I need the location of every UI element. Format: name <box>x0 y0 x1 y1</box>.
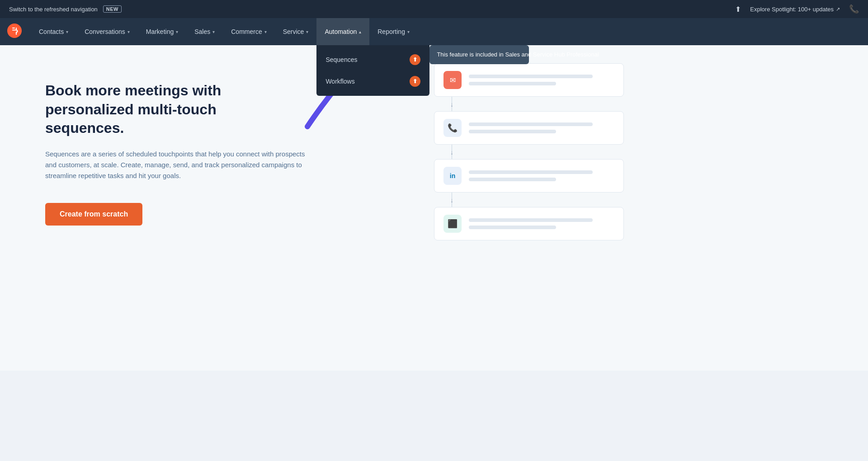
step-line <box>469 122 593 126</box>
step-connector <box>452 97 452 111</box>
chevron-down-icon: ▾ <box>264 29 267 34</box>
page-description: Sequences are a series of scheduled touc… <box>45 149 307 181</box>
email-step-icon: ✉ <box>443 71 462 89</box>
sequence-step-email: ✉ <box>434 63 624 97</box>
spotlight-text: Explore Spotlight: 100+ updates <box>750 6 834 13</box>
nav-item-conversations[interactable]: Conversations ▾ <box>76 18 138 45</box>
nav-item-service[interactable]: Service ▾ <box>275 18 317 45</box>
step-content-lines <box>469 75 614 85</box>
step-line <box>469 218 593 222</box>
step-line <box>469 75 593 78</box>
chevron-down-icon: ▾ <box>306 29 308 34</box>
step-connector <box>452 145 452 159</box>
step-line <box>469 178 556 181</box>
dropdown-item-workflows[interactable]: Workflows ⬆ <box>316 71 429 92</box>
chevron-down-icon: ▾ <box>66 29 68 34</box>
chevron-down-icon: ▾ <box>127 29 130 34</box>
upgrade-icon: ⬆ <box>410 54 420 65</box>
new-badge: NEW <box>103 5 122 13</box>
linkedin-step-icon: in <box>443 167 462 185</box>
automation-dropdown: Sequences ⬆ Workflows ⬆ This feature is … <box>316 45 429 96</box>
step-line <box>469 226 556 229</box>
sequence-step-task: ⬛ <box>434 207 624 240</box>
phone-step-icon: 📞 <box>443 119 462 137</box>
top-banner: Switch to the refreshed navigation NEW ⬆… <box>0 0 868 18</box>
navbar: Contacts ▾ Conversations ▾ Marketing ▾ S… <box>0 18 868 45</box>
nav-item-sales[interactable]: Sales ▾ <box>186 18 223 45</box>
external-link-icon: ↗ <box>836 6 840 12</box>
banner-nav-text: Switch to the refreshed navigation <box>9 6 98 13</box>
phone-icon[interactable]: 📞 <box>849 4 859 14</box>
nav-item-commerce[interactable]: Commerce ▾ <box>223 18 274 45</box>
step-line <box>469 82 556 85</box>
main-content: Book more meetings with personalized mul… <box>0 45 868 461</box>
feature-tooltip: This feature is included in Sales and Se… <box>429 45 529 64</box>
nav-items: Contacts ▾ Conversations ▾ Marketing ▾ S… <box>31 18 418 45</box>
spotlight-link[interactable]: Explore Spotlight: 100+ updates ↗ <box>750 6 840 13</box>
step-connector <box>452 193 452 207</box>
banner-right: ⬆ Explore Spotlight: 100+ updates ↗ 📞 <box>735 4 859 14</box>
page-heading: Book more meetings with personalized mul… <box>45 81 280 138</box>
sequence-step-phone: 📞 <box>434 111 624 145</box>
step-content-lines <box>469 218 614 229</box>
upgrade-icon: ⬆ <box>735 5 741 14</box>
nav-item-contacts[interactable]: Contacts ▾ <box>31 18 76 45</box>
chevron-down-icon: ▾ <box>407 29 410 34</box>
step-line <box>469 170 593 174</box>
nav-item-automation[interactable]: Automation ▴ Sequences ⬆ Workflows ⬆ Thi… <box>316 18 369 45</box>
left-panel: Book more meetings with personalized mul… <box>0 45 407 461</box>
chevron-down-icon: ▾ <box>212 29 215 34</box>
chevron-down-icon: ▾ <box>176 29 178 34</box>
step-line <box>469 130 556 133</box>
nav-item-reporting[interactable]: Reporting ▾ <box>369 18 418 45</box>
svg-point-0 <box>7 24 22 38</box>
sequence-step-linkedin: in <box>434 159 624 193</box>
chevron-up-icon: ▴ <box>359 29 361 34</box>
banner-left: Switch to the refreshed navigation NEW <box>9 5 122 13</box>
right-panel: ✉ 📞 in ⬛ <box>407 45 868 461</box>
nav-item-marketing[interactable]: Marketing ▾ <box>138 18 186 45</box>
task-step-icon: ⬛ <box>443 215 462 233</box>
upgrade-icon: ⬆ <box>410 76 420 87</box>
step-content-lines <box>469 170 614 181</box>
hubspot-logo[interactable] <box>7 24 22 40</box>
step-content-lines <box>469 122 614 133</box>
dropdown-item-sequences[interactable]: Sequences ⬆ <box>316 49 429 71</box>
create-from-scratch-button[interactable]: Create from scratch <box>45 203 142 226</box>
